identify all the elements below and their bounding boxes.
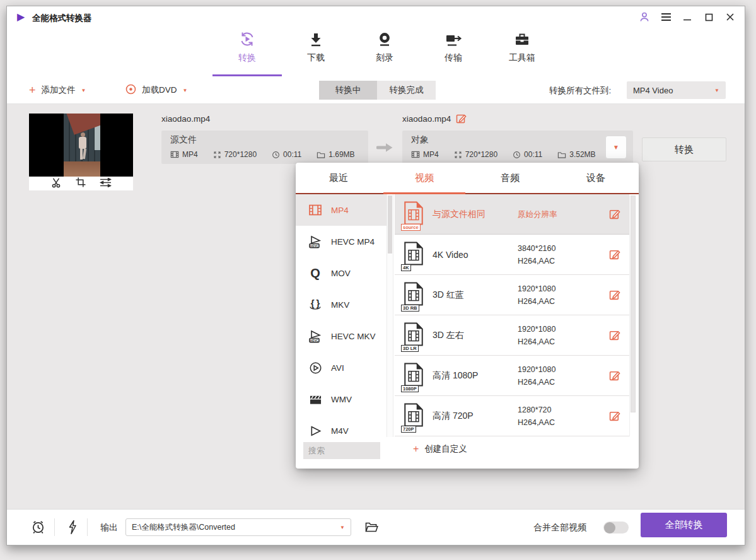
- source-box-title: 源文件: [170, 134, 368, 146]
- rename-edit-icon[interactable]: [456, 113, 467, 124]
- main-nav: 转换 下载 刻录: [227, 29, 542, 64]
- preset-doc-icon: 4K: [404, 242, 425, 268]
- preset-edit-icon[interactable]: [609, 329, 620, 341]
- preset-edit-icon[interactable]: [609, 370, 620, 381]
- search-input[interactable]: [303, 442, 380, 459]
- chevron-down-icon: ▼: [183, 88, 188, 93]
- trim-scissors-icon[interactable]: [51, 177, 62, 190]
- preset-row-4k[interactable]: 4K 4K Video 3840*2160 H264,AAC: [395, 235, 629, 275]
- maximize-button[interactable]: [702, 10, 716, 24]
- preset-row-3d-lr[interactable]: 3D LR 3D 左右 1920*1080 H264,AAC: [395, 315, 629, 356]
- create-custom-button[interactable]: + 创建自定义: [413, 443, 467, 455]
- target-format-dropdown[interactable]: MP4 Video ▼: [627, 81, 726, 99]
- divider: [87, 518, 88, 536]
- preset-edit-icon[interactable]: [609, 289, 620, 300]
- tab-finished[interactable]: 转换完成: [377, 81, 436, 100]
- preset-edit-icon[interactable]: [609, 208, 620, 219]
- crop-icon[interactable]: [76, 177, 86, 190]
- output-label: 输出: [100, 522, 118, 534]
- svg-text:HEVC: HEVC: [310, 339, 318, 342]
- clock-icon: [513, 151, 521, 159]
- tab-download[interactable]: 下载: [296, 29, 336, 64]
- preset-row-3d-rb[interactable]: 3D RB 3D 红蓝 1920*1080 H264,AAC: [395, 275, 629, 315]
- menu-icon[interactable]: [659, 10, 673, 24]
- preset-row-1080p[interactable]: 1080P 高清 1080P 1920*1080 H264,AAC: [395, 356, 629, 396]
- preset-list: source 与源文件相同 原始分辨率: [395, 194, 629, 436]
- panel-tab-audio[interactable]: 音频: [467, 163, 553, 193]
- source-info-box: 源文件 MP4 720*1280: [161, 131, 368, 164]
- tab-converting[interactable]: 转换中: [319, 81, 377, 100]
- load-dvd-button[interactable]: 加载DVD ▼: [125, 76, 187, 104]
- dvd-disc-icon: [125, 84, 136, 97]
- source-resolution: 720*1280: [213, 150, 257, 159]
- burn-disc-icon: [376, 29, 393, 48]
- output-path-dropdown[interactable]: E:\全能格式转换器\Converted ▼: [125, 518, 351, 536]
- quicktime-q-icon: Q: [308, 267, 323, 279]
- target-file-name: xiaodao.mp4: [402, 114, 451, 124]
- file-list-area: xiaodao.mp4 源文件 MP4: [7, 104, 745, 510]
- high-speed-bolt-icon[interactable]: [67, 520, 78, 537]
- add-files-button[interactable]: + 添加文件 ▼: [29, 76, 86, 104]
- film-icon: [411, 150, 420, 159]
- format-item-mp4[interactable]: MP4: [296, 194, 387, 226]
- close-button[interactable]: [723, 10, 737, 24]
- tab-convert-label: 转换: [238, 52, 256, 64]
- account-icon[interactable]: [637, 10, 651, 24]
- minimize-button[interactable]: [680, 10, 694, 24]
- source-file-name: xiaodao.mp4: [161, 114, 210, 124]
- format-item-mkv[interactable]: { } MKV: [296, 289, 387, 320]
- output-format-dropdown-button[interactable]: ▼: [605, 136, 627, 159]
- preset-edit-icon[interactable]: [609, 410, 620, 421]
- format-item-hevc-mp4[interactable]: HEVC HEVC MP4: [296, 226, 387, 257]
- preset-row-source[interactable]: source 与源文件相同 原始分辨率: [395, 194, 629, 235]
- merge-toggle[interactable]: [603, 522, 629, 534]
- convert-all-to-label: 转换所有文件到:: [549, 85, 611, 96]
- tab-burn[interactable]: 刻录: [364, 29, 405, 64]
- format-picker-panel: 最近 视频 音频 设备 MP4: [296, 163, 639, 469]
- source-size: 1.69MB: [317, 150, 354, 159]
- target-info-box: 对象 MP4 720*1280: [402, 131, 633, 164]
- convert-arrow-icon: [376, 142, 394, 156]
- format-list-scrollbar-thumb[interactable]: [388, 195, 392, 254]
- chevron-down-icon: ▼: [714, 88, 719, 93]
- source-format: MP4: [170, 150, 198, 159]
- tab-transfer[interactable]: 传输: [433, 29, 474, 64]
- target-resolution: 720*1280: [454, 150, 497, 159]
- schedule-alarm-icon[interactable]: [31, 520, 45, 537]
- folder-icon: [317, 151, 325, 159]
- format-item-avi[interactable]: AVI: [296, 352, 387, 383]
- panel-active-tab-underline: [383, 192, 465, 194]
- panel-tab-recent[interactable]: 最近: [296, 163, 381, 193]
- preset-doc-icon: 1080P: [404, 363, 425, 389]
- format-item-wmv[interactable]: WMV: [296, 383, 387, 415]
- open-folder-icon[interactable]: [365, 522, 378, 535]
- hevc-play-icon: HEVC: [308, 235, 323, 248]
- format-item-m4v[interactable]: M4V: [296, 415, 387, 437]
- format-list: MP4 HEVC HEVC MP4 Q MOV: [296, 194, 387, 437]
- preset-edit-icon[interactable]: [609, 248, 620, 260]
- convert-all-button[interactable]: 全部转换: [641, 513, 727, 537]
- target-box-title: 对象: [411, 134, 633, 146]
- format-item-hevc-mkv[interactable]: HEVC HEVC MKV: [296, 320, 387, 352]
- target-format: MP4: [411, 150, 439, 159]
- chevron-down-icon: ▼: [81, 88, 86, 93]
- hevc-play-icon: HEVC: [308, 329, 323, 343]
- tab-toolbox[interactable]: 工具箱: [502, 29, 542, 64]
- format-list-scrollbar: [387, 194, 393, 437]
- format-item-mov[interactable]: Q MOV: [296, 257, 387, 289]
- preset-list-scrollbar-thumb[interactable]: [631, 195, 636, 412]
- effects-sliders-icon[interactable]: [100, 178, 112, 190]
- film-icon: [170, 150, 179, 159]
- plus-icon: +: [29, 85, 36, 96]
- video-frame: [29, 114, 133, 177]
- preset-doc-icon: 720P: [404, 403, 425, 429]
- convert-button[interactable]: 转换: [642, 137, 726, 161]
- resolution-expand-icon: [454, 151, 462, 159]
- download-icon: [308, 29, 324, 48]
- panel-tab-device[interactable]: 设备: [553, 163, 639, 193]
- svg-text:HEVC: HEVC: [310, 245, 318, 248]
- preset-row-720p[interactable]: 720P 高清 720P 1280*720 H264,AAC: [395, 396, 629, 436]
- convert-icon: [238, 29, 256, 48]
- tab-convert[interactable]: 转换: [227, 29, 267, 64]
- panel-tab-video[interactable]: 视频: [381, 163, 467, 193]
